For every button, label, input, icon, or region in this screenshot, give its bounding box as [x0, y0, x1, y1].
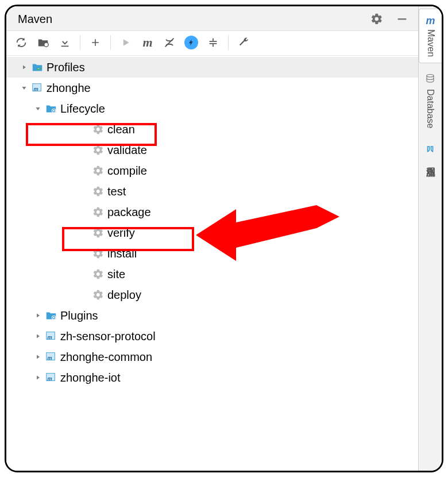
svg-point-1	[44, 43, 48, 47]
maven-toolbar: m	[6, 31, 418, 56]
wrench-icon	[237, 36, 250, 49]
svg-text:m: m	[48, 334, 52, 340]
tree-label: package	[107, 206, 151, 219]
tree-goal-package[interactable]: package	[6, 202, 418, 222]
tree-label: verify	[107, 226, 135, 240]
tree-node-module[interactable]: mzhonghe-common	[6, 347, 418, 367]
toolbar-separator	[228, 35, 229, 50]
gear-icon	[91, 267, 105, 281]
gear-icon	[370, 13, 383, 25]
sidebar-label: Maven	[426, 29, 436, 57]
generate-sources-button[interactable]	[35, 34, 51, 51]
folder-gear-icon	[44, 309, 58, 322]
folder-gear-icon	[44, 102, 58, 116]
tree-label: compile	[107, 164, 147, 178]
tree-label: validate	[107, 144, 147, 157]
maven-module-icon: m	[30, 81, 44, 95]
sidebar-tab-maven[interactable]: m Maven	[419, 9, 442, 63]
minimize-icon	[396, 13, 408, 25]
play-icon	[120, 37, 132, 48]
build-settings-button[interactable]	[235, 34, 252, 51]
gear-icon	[91, 164, 105, 178]
tree-goal-test[interactable]: test	[6, 181, 418, 202]
toggle-offline-button[interactable]	[161, 34, 177, 51]
tree-label: Profiles	[47, 61, 85, 74]
download-sources-button[interactable]	[57, 34, 73, 51]
tree-node-profiles[interactable]: Profiles	[6, 57, 418, 78]
sidebar-tab-observer[interactable]: 应用观测器	[423, 139, 438, 166]
svg-text:m: m	[48, 376, 52, 382]
tree-label: install	[107, 247, 137, 260]
tree-label: zh-sensor-protocol	[60, 330, 156, 343]
run-button[interactable]	[118, 34, 134, 51]
show-dependencies-button[interactable]	[205, 34, 221, 51]
tree-goal-validate[interactable]: validate	[6, 140, 418, 160]
m-icon: m	[142, 35, 152, 50]
maven-tree: Profiles m zhonghe Li	[6, 56, 418, 471]
tree-goal-clean[interactable]: clean	[6, 119, 418, 140]
maven-module-icon: m	[44, 329, 58, 343]
gear-icon	[91, 226, 105, 240]
observer-icon	[425, 145, 435, 158]
panel-title: Maven	[18, 13, 52, 26]
svg-text:m: m	[48, 355, 52, 361]
gear-icon	[91, 143, 105, 157]
sidebar-tab-database[interactable]: Database	[424, 68, 437, 134]
chevron-down-icon[interactable]	[33, 105, 43, 112]
tree-label: zhonghe-common	[60, 351, 152, 364]
maven-module-icon: m	[44, 350, 58, 364]
add-project-button[interactable]	[87, 34, 103, 51]
chevron-down-icon[interactable]	[19, 84, 29, 91]
tree-goal-verify[interactable]: verify	[6, 222, 418, 243]
chevron-right-icon[interactable]	[33, 353, 43, 360]
tree-node-module[interactable]: mzhonghe-iot	[6, 367, 418, 388]
folder-refresh-icon	[37, 36, 49, 49]
tree-label: zhonghe-iot	[60, 371, 121, 384]
tree-label: clean	[107, 123, 135, 136]
right-sidebar: m Maven Database 应用观测器	[419, 6, 442, 471]
download-icon	[59, 36, 71, 49]
gear-icon	[91, 122, 105, 136]
svg-point-15	[427, 75, 434, 78]
execute-goal-button[interactable]: m	[140, 34, 156, 51]
tree-label: deploy	[107, 288, 141, 302]
maven-module-icon: m	[44, 371, 58, 384]
tree-label: site	[107, 268, 125, 281]
toolbar-separator	[80, 35, 80, 50]
tree-node-lifecycle[interactable]: Lifecycle	[6, 98, 418, 119]
folder-check-icon	[30, 60, 44, 74]
skip-tests-button[interactable]	[183, 34, 199, 51]
tree-goal-site[interactable]: site	[6, 264, 418, 284]
chevron-right-icon[interactable]	[33, 312, 43, 319]
tree-label: Lifecycle	[60, 102, 105, 116]
reload-button[interactable]	[13, 34, 29, 51]
gear-icon	[91, 288, 105, 302]
chevron-right-icon[interactable]	[33, 374, 43, 381]
panel-titlebar: Maven	[6, 6, 418, 31]
database-icon	[425, 74, 435, 87]
tree-label: Plugins	[60, 309, 98, 322]
toolbar-separator	[110, 35, 111, 50]
tree-node-project[interactable]: m zhonghe	[6, 78, 418, 98]
offline-icon	[163, 36, 176, 49]
tree-goal-deploy[interactable]: deploy	[6, 284, 418, 305]
m-icon: m	[426, 15, 435, 27]
sidebar-label: Database	[425, 89, 435, 129]
tree-goal-install[interactable]: install	[6, 243, 418, 264]
gear-icon	[91, 205, 105, 219]
tree-label: zhonghe	[47, 82, 91, 95]
chevron-right-icon[interactable]	[33, 333, 43, 340]
gear-icon	[91, 247, 105, 260]
tree-node-module[interactable]: mzh-sensor-protocol	[6, 326, 418, 347]
lightning-icon	[184, 36, 198, 49]
dependencies-icon	[207, 36, 219, 49]
tree-goal-compile[interactable]: compile	[6, 160, 418, 181]
plus-icon	[90, 37, 101, 48]
chevron-right-icon[interactable]	[19, 64, 29, 71]
svg-text:m: m	[34, 86, 38, 92]
tree-label: test	[107, 185, 126, 198]
settings-button[interactable]	[369, 11, 385, 27]
svg-rect-0	[398, 18, 407, 20]
tree-node-plugins[interactable]: Plugins	[6, 305, 418, 326]
minimize-button[interactable]	[394, 11, 410, 27]
